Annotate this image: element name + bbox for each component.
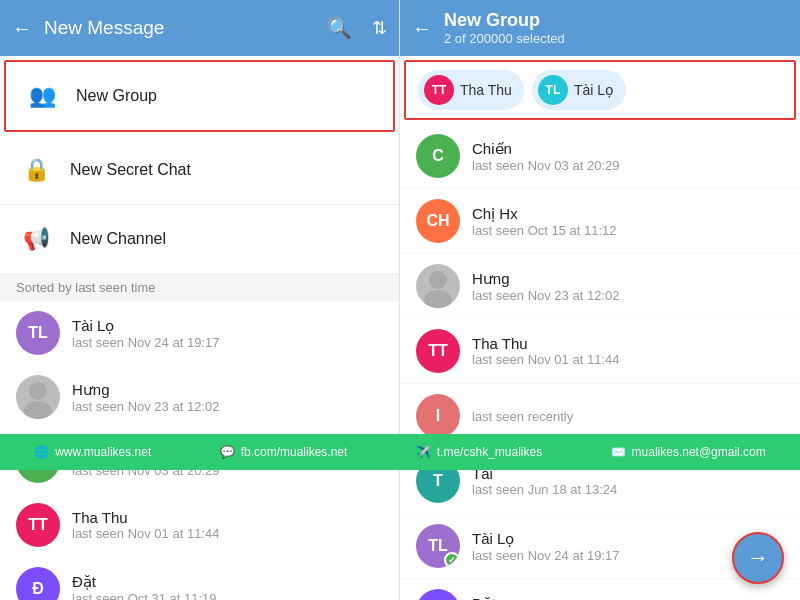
left-header: ← New Message 🔍 ⇅	[0, 0, 399, 56]
chip-avatar-tha-thu: TT	[424, 75, 454, 105]
promo-item-email: ✉️ mualikes.net@gmail.com	[611, 445, 766, 459]
contact-info-tha-thu: Tha Thu last seen Nov 01 at 11:44	[72, 509, 219, 541]
promo-telegram-text: t.me/cshk_mualikes	[437, 445, 542, 459]
right-contact-info-chi-hx: Chị Hx last seen Oct 15 at 11:12	[472, 205, 617, 238]
promo-banner: 🌐 www.mualikes.net 💬 fb.com/mualikes.net…	[0, 434, 800, 470]
left-contact-tha-thu[interactable]: TT Tha Thu last seen Nov 01 at 11:44	[0, 493, 399, 557]
right-panel: ← New Group 2 of 200000 selected TT Tha …	[400, 0, 800, 600]
left-menu: 👥 New Group 🔒 New Secret Chat 📢 New Chan…	[0, 56, 399, 274]
promo-website-text: www.mualikes.net	[55, 445, 151, 459]
contact-name-hung: Hưng	[72, 381, 219, 399]
new-secret-chat-icon: 🔒	[16, 150, 56, 190]
right-contact-info-hung: Hưng last seen Nov 23 at 12:02	[472, 270, 619, 303]
promo-item-telegram: ✈️ t.me/cshk_mualikes	[416, 445, 542, 459]
avatar-tha-thu: TT	[16, 503, 60, 547]
right-contact-lastseen-chien: last seen Nov 03 at 20:29	[472, 158, 619, 173]
right-contact-lastseen-tha-thu: last seen Nov 01 at 11:44	[472, 352, 619, 367]
contact-name-tai-lo: Tài Lọ	[72, 317, 219, 335]
new-secret-chat-label: New Secret Chat	[70, 161, 191, 179]
arrow-right-icon: →	[747, 545, 769, 571]
right-contact-name-chi-hx: Chị Hx	[472, 205, 617, 223]
promo-item-website: 🌐 www.mualikes.net	[34, 445, 151, 459]
right-contact-info-tha-thu: Tha Thu last seen Nov 01 at 11:44	[472, 335, 619, 367]
right-avatar-chien: C	[416, 134, 460, 178]
right-contact-hung[interactable]: Hưng last seen Nov 23 at 12:02	[400, 254, 800, 319]
contact-info-tai-lo: Tài Lọ last seen Nov 24 at 19:17	[72, 317, 219, 350]
left-panel: ← New Message 🔍 ⇅ 👥 New Group 🔒 New Secr…	[0, 0, 400, 600]
new-group-label: New Group	[76, 87, 157, 105]
chip-avatar-tai-lo: TL	[538, 75, 568, 105]
right-avatar-tai-lo: TL ✓	[416, 524, 460, 568]
new-channel-menu-item[interactable]: 📢 New Channel	[0, 205, 399, 274]
contact-lastseen-hung: last seen Nov 23 at 12:02	[72, 399, 219, 414]
fab-next-button[interactable]: →	[732, 532, 784, 584]
avatar-hung	[16, 375, 60, 419]
right-contact-dat[interactable]: Đ Đặt last seen Oct 31 at 11:19	[400, 579, 800, 600]
right-contact-lastseen-chi-hx: last seen Oct 15 at 11:12	[472, 223, 617, 238]
right-avatar-dat: Đ	[416, 589, 460, 600]
right-contact-lastseen-tai-lo: last seen Nov 24 at 19:17	[472, 548, 619, 563]
avatar-tai-lo: TL	[16, 311, 60, 355]
right-contact-chien[interactable]: C Chiến last seen Nov 03 at 20:29	[400, 124, 800, 189]
right-panel-title: New Group	[444, 10, 788, 31]
right-back-button[interactable]: ←	[412, 17, 432, 40]
right-contact-name-tai-lo: Tài Lọ	[472, 530, 619, 548]
right-avatar-chi-hx: CH	[416, 199, 460, 243]
telegram-icon: ✈️	[416, 445, 431, 459]
left-contact-dat[interactable]: Đ Đặt last seen Oct 31 at 11:19	[0, 557, 399, 600]
svg-point-2	[429, 271, 447, 289]
new-group-icon: 👥	[22, 76, 62, 116]
right-contact-lastseen-hung: last seen Nov 23 at 12:02	[472, 288, 619, 303]
right-contact-info-unknown: last seen recently	[472, 409, 573, 424]
right-contact-list: C Chiến last seen Nov 03 at 20:29 CH Chị…	[400, 124, 800, 600]
selected-chips-container: TT Tha Thu TL Tài Lọ	[404, 60, 796, 120]
right-contact-chi-hx[interactable]: CH Chị Hx last seen Oct 15 at 11:12	[400, 189, 800, 254]
right-contact-lastseen-unknown: last seen recently	[472, 409, 573, 424]
contact-name-tha-thu: Tha Thu	[72, 509, 219, 526]
new-secret-chat-menu-item[interactable]: 🔒 New Secret Chat	[0, 136, 399, 205]
promo-fb-text: fb.com/mualikes.net	[241, 445, 348, 459]
avatar-dat: Đ	[16, 567, 60, 600]
left-panel-title: New Message	[44, 17, 315, 39]
sort-icon[interactable]: ⇅	[372, 17, 387, 39]
right-contact-name-hung: Hưng	[472, 270, 619, 288]
right-contact-lastseen-tai: last seen Jun 18 at 13:24	[472, 482, 617, 497]
right-header: ← New Group 2 of 200000 selected	[400, 0, 800, 56]
contact-lastseen-dat: last seen Oct 31 at 11:19	[72, 591, 217, 601]
left-back-button[interactable]: ←	[12, 17, 32, 40]
contact-info-hung: Hưng last seen Nov 23 at 12:02	[72, 381, 219, 414]
chip-tha-thu[interactable]: TT Tha Thu	[418, 70, 524, 110]
right-header-info: New Group 2 of 200000 selected	[444, 10, 788, 46]
chip-name-tai-lo: Tài Lọ	[574, 82, 614, 98]
svg-point-0	[29, 382, 47, 400]
email-icon: ✉️	[611, 445, 626, 459]
search-icon[interactable]: 🔍	[327, 16, 352, 40]
sort-label: Sorted by last seen time	[0, 274, 399, 301]
contact-lastseen-tha-thu: last seen Nov 01 at 11:44	[72, 526, 219, 541]
promo-item-fb: 💬 fb.com/mualikes.net	[220, 445, 348, 459]
right-contact-info-chien: Chiến last seen Nov 03 at 20:29	[472, 140, 619, 173]
right-contact-tha-thu[interactable]: TT Tha Thu last seen Nov 01 at 11:44	[400, 319, 800, 384]
right-avatar-hung	[416, 264, 460, 308]
new-channel-label: New Channel	[70, 230, 166, 248]
new-group-menu-item[interactable]: 👥 New Group	[4, 60, 395, 132]
contact-name-dat: Đặt	[72, 573, 217, 591]
left-contact-tai-lo[interactable]: TL Tài Lọ last seen Nov 24 at 19:17	[0, 301, 399, 365]
right-contact-name-dat: Đặt	[472, 595, 617, 601]
right-contact-info-tai-lo: Tài Lọ last seen Nov 24 at 19:17	[472, 530, 619, 563]
chip-name-tha-thu: Tha Thu	[460, 82, 512, 98]
right-avatar-unknown: I	[416, 394, 460, 438]
chip-tai-lo[interactable]: TL Tài Lọ	[532, 70, 626, 110]
left-contact-hung[interactable]: Hưng last seen Nov 23 at 12:02	[0, 365, 399, 429]
svg-point-3	[424, 290, 452, 308]
chat-icon: 💬	[220, 445, 235, 459]
contact-lastseen-tai-lo: last seen Nov 24 at 19:17	[72, 335, 219, 350]
new-channel-icon: 📢	[16, 219, 56, 259]
right-panel-subtitle: 2 of 200000 selected	[444, 31, 788, 46]
svg-point-1	[24, 401, 52, 419]
right-avatar-tha-thu: TT	[416, 329, 460, 373]
globe-icon: 🌐	[34, 445, 49, 459]
contact-info-dat: Đặt last seen Oct 31 at 11:19	[72, 573, 217, 601]
right-contact-info-dat: Đặt last seen Oct 31 at 11:19	[472, 595, 617, 601]
right-contact-name-tha-thu: Tha Thu	[472, 335, 619, 352]
